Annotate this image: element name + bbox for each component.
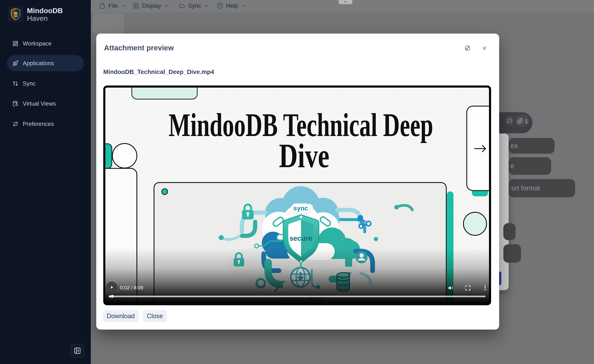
svg-text:sync: sync <box>293 205 308 212</box>
svg-text:secure: secure <box>290 234 312 242</box>
svg-text:Dive: Dive <box>279 136 329 175</box>
